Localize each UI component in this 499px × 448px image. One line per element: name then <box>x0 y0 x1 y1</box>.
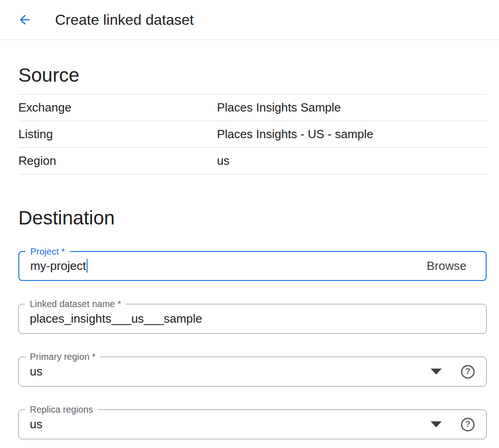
row-label-exchange: Exchange <box>18 101 217 115</box>
linked-dataset-name-input[interactable]: places_insights___us___sample <box>30 312 202 326</box>
page-header: Create linked dataset <box>0 0 499 40</box>
replica-regions-select[interactable]: Replica regions us ? <box>18 409 487 439</box>
linked-dataset-name-field[interactable]: Linked dataset name * places_insights___… <box>18 304 487 334</box>
source-heading: Source <box>18 40 487 94</box>
destination-form: Project * my-project Browse Linked datas… <box>18 251 487 439</box>
primary-region-value: us <box>30 364 42 379</box>
table-row: Listing Places Insights - US - sample <box>18 121 487 148</box>
project-field[interactable]: Project * my-project Browse <box>18 251 487 281</box>
arrow-drop-down-icon[interactable] <box>431 421 442 427</box>
row-label-region: Region <box>18 154 217 168</box>
linked-dataset-name-label: Linked dataset name * <box>25 298 126 309</box>
row-value-exchange: Places Insights Sample <box>217 101 341 115</box>
project-input[interactable]: my-project <box>30 259 88 273</box>
row-value-listing: Places Insights - US - sample <box>217 127 373 141</box>
primary-region-select[interactable]: Primary region * us ? <box>18 357 487 386</box>
row-value-region: us <box>217 154 229 168</box>
table-row: Region us <box>18 148 487 174</box>
table-row: Exchange Places Insights Sample <box>18 95 487 121</box>
primary-region-label: Primary region * <box>25 351 100 362</box>
source-info-table: Exchange Places Insights Sample Listing … <box>18 94 487 174</box>
destination-heading: Destination <box>18 174 487 230</box>
text-caret <box>87 259 88 273</box>
help-icon[interactable]: ? <box>461 365 475 379</box>
project-field-label: Project * <box>26 246 70 257</box>
browse-button[interactable]: Browse <box>427 259 466 273</box>
arrow-back-icon <box>17 12 32 27</box>
replica-regions-label: Replica regions <box>25 404 98 415</box>
row-label-listing: Listing <box>18 127 217 141</box>
replica-regions-value: us <box>30 417 42 431</box>
back-button[interactable] <box>15 10 35 30</box>
arrow-drop-down-icon[interactable] <box>431 369 442 375</box>
main-content: Source Exchange Places Insights Sample L… <box>0 40 499 439</box>
page-title: Create linked dataset <box>55 11 194 28</box>
help-icon[interactable]: ? <box>461 418 475 431</box>
